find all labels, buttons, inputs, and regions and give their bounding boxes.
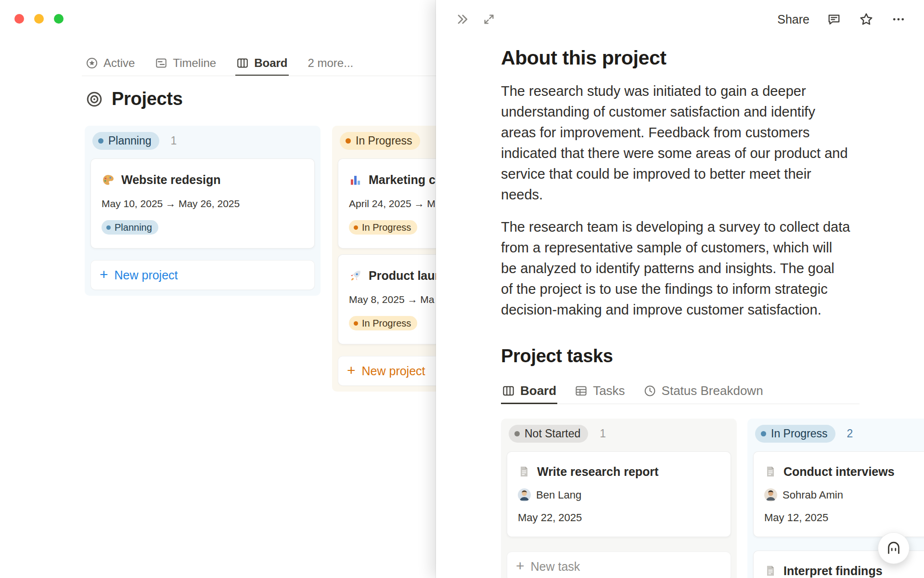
page-title-row: Projects [86, 89, 183, 109]
status-badge-in-progress: In Progress [349, 316, 417, 330]
column-count: 1 [600, 427, 606, 440]
clock-icon [643, 384, 656, 397]
rocket-emoji [349, 269, 362, 282]
status-label: Planning [108, 135, 152, 146]
column-header: Planning 1 [90, 131, 315, 150]
view-tab-label: Board [254, 56, 287, 70]
card-title: Interpret findings [783, 564, 883, 578]
status-dot [514, 431, 520, 436]
bar-chart-emoji [349, 173, 362, 186]
tab-status-breakdown[interactable]: Status Breakdown [642, 379, 764, 404]
column-header: In Progress 2 [753, 424, 924, 443]
page-title[interactable]: Projects [112, 89, 183, 109]
view-tab-label: Active [103, 56, 135, 70]
card-title: Conduct interviews [783, 464, 895, 479]
share-button[interactable]: Share [777, 13, 809, 26]
paragraph[interactable]: The research team is developing a survey… [501, 217, 924, 320]
assignee-name: Sohrab Amin [783, 489, 843, 501]
status-badge-planning: Planning [102, 220, 158, 235]
card-title: Write research report [537, 464, 658, 479]
peek-toolbar-right: Share [777, 12, 906, 27]
new-project-label: New project [115, 268, 178, 282]
page-icon [518, 465, 530, 478]
card-title-row: Website redesign [102, 172, 304, 187]
task-card-conduct-interviews[interactable]: Conduct interviews Sohrab Amin May 12, 2… [753, 451, 924, 537]
column-header: Not Started 1 [507, 424, 731, 443]
timeline-icon [155, 57, 167, 69]
window-controls [14, 14, 64, 24]
tab-label: Status Breakdown [662, 383, 763, 398]
new-project-button[interactable]: + New project [90, 260, 315, 290]
status-badge-planning[interactable]: Planning [92, 132, 159, 150]
card-title-row: Conduct interviews [764, 464, 924, 479]
tabs-divider [82, 76, 436, 76]
minimize-window-button[interactable] [34, 14, 44, 24]
notion-ai-face-icon [886, 540, 902, 556]
assignee-name: Ben Lang [536, 489, 581, 501]
plus-icon: + [516, 559, 525, 573]
palette-emoji [102, 173, 115, 186]
card-badge-row: Planning [102, 220, 304, 235]
card-due-date: May 12, 2025 [764, 512, 924, 524]
status-label: In Progress [771, 428, 828, 439]
status-badge-in-progress: In Progress [349, 220, 417, 235]
card-title-row: Write research report [518, 464, 720, 479]
tasks-board: Not Started 1 Write research report Ben … [501, 419, 924, 578]
status-dot [106, 225, 111, 230]
status-dot [761, 431, 766, 436]
side-peek-panel: Share About this project The research st… [436, 0, 924, 578]
project-card-website-redesign[interactable]: Website redesign May 10, 2025 → May 26, … [90, 158, 315, 249]
expand-icon[interactable] [482, 13, 496, 26]
status-dot [354, 321, 358, 326]
tab-label: Board [520, 383, 556, 398]
tab-label: Tasks [593, 383, 625, 398]
avatar [518, 488, 531, 501]
status-dot [346, 138, 351, 144]
status-label: Not Started [525, 428, 580, 439]
tasks-view-tabs: Board Tasks Status Breakdown [501, 379, 860, 404]
new-task-label: New task [531, 560, 580, 574]
status-badge-in-progress[interactable]: In Progress [755, 425, 835, 443]
status-dot [354, 225, 358, 230]
page-icon [764, 465, 777, 478]
column-count: 2 [847, 427, 853, 440]
paragraph[interactable]: The research study was initiated to gain… [501, 81, 924, 205]
plus-icon: + [347, 363, 356, 378]
double-chevron-right-icon[interactable] [455, 12, 470, 26]
view-tab-board[interactable]: Board [235, 51, 288, 76]
status-label: In Progress [356, 135, 412, 146]
new-project-label: New project [362, 364, 425, 378]
assignee-row: Ben Lang [518, 488, 720, 501]
card-title: Marketing c [369, 172, 436, 187]
view-tab-more[interactable]: 2 more... [307, 51, 355, 76]
star-circle-icon [86, 57, 98, 69]
status-badge-not-started[interactable]: Not Started [509, 425, 588, 443]
column-count: 1 [171, 134, 177, 147]
document-title[interactable]: About this project [501, 46, 924, 69]
view-tab-active-projects[interactable]: Active [85, 51, 136, 76]
board-column-planning: Planning 1 Website redesign May 10, 2025… [85, 126, 321, 296]
task-card-write-research-report[interactable]: Write research report Ben Lang May 22, 2… [507, 451, 731, 537]
board-column-not-started: Not Started 1 Write research report Ben … [501, 419, 737, 578]
card-title-row: Interpret findings [764, 564, 924, 578]
ai-assistant-button[interactable] [878, 532, 910, 564]
status-badge-in-progress[interactable]: In Progress [340, 132, 420, 150]
tab-board[interactable]: Board [501, 379, 557, 404]
page-icon [764, 565, 777, 577]
close-window-button[interactable] [14, 14, 24, 24]
status-label: In Progress [362, 318, 411, 328]
avatar [764, 488, 777, 501]
table-icon [575, 384, 588, 397]
tab-tasks[interactable]: Tasks [574, 379, 626, 404]
more-icon[interactable] [891, 12, 906, 26]
zoom-window-button[interactable] [54, 14, 64, 24]
assignee-row: Sohrab Amin [764, 488, 924, 501]
star-icon[interactable] [859, 12, 874, 27]
section-title[interactable]: Project tasks [501, 345, 924, 367]
card-title: Website redesign [121, 172, 221, 187]
new-task-button[interactable]: + New task [507, 552, 731, 578]
view-tab-timeline[interactable]: Timeline [154, 51, 217, 76]
status-dot [98, 138, 103, 144]
comment-icon[interactable] [827, 12, 841, 26]
target-icon [86, 91, 103, 108]
